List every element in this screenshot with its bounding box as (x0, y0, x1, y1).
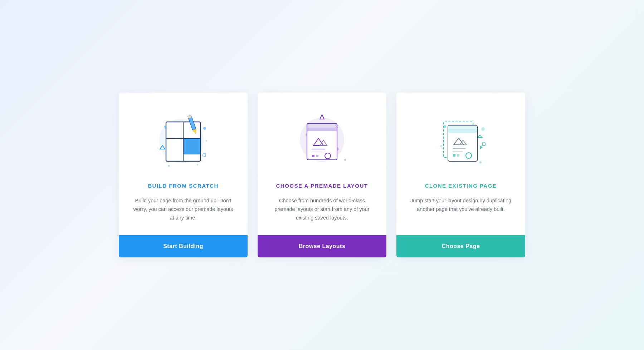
card-premade: ✕ CHOOSE A PREMADE LAYOUT Choose from hu… (258, 93, 386, 257)
scratch-illustration (147, 107, 219, 171)
browse-layouts-button[interactable]: Browse Layouts (258, 235, 386, 257)
svg-point-47 (440, 145, 442, 147)
svg-point-13 (197, 164, 198, 166)
clone-desc: Jump start your layout design by duplica… (409, 197, 512, 222)
svg-point-14 (206, 140, 207, 142)
clone-illustration (425, 107, 497, 171)
scratch-desc: Build your page from the ground up. Don'… (132, 197, 235, 222)
card-clone-body: CLONE EXISTING PAGE Jump start your layo… (396, 93, 525, 235)
svg-point-10 (164, 125, 166, 128)
svg-rect-4 (184, 139, 200, 154)
svg-marker-46 (480, 146, 483, 149)
premade-desc: Choose from hundreds of world-class prem… (270, 197, 374, 222)
svg-rect-33 (482, 143, 485, 146)
svg-rect-11 (203, 153, 206, 157)
cards-container: BUILD FROM SCRATCH Build your page from … (119, 93, 525, 257)
card-clone: CLONE EXISTING PAGE Jump start your layo… (396, 93, 525, 257)
card-scratch-body: BUILD FROM SCRATCH Build your page from … (119, 93, 248, 235)
svg-point-48 (479, 161, 482, 163)
svg-text:✕: ✕ (335, 124, 339, 129)
start-building-button[interactable]: Start Building (119, 235, 248, 257)
svg-rect-44 (457, 154, 459, 157)
scratch-title: BUILD FROM SCRATCH (148, 183, 219, 189)
svg-rect-27 (316, 155, 318, 157)
svg-point-12 (168, 165, 170, 167)
svg-marker-34 (478, 135, 482, 137)
svg-rect-43 (453, 154, 455, 157)
premade-illustration: ✕ (286, 107, 358, 171)
svg-point-9 (203, 127, 206, 130)
choose-page-button[interactable]: Choose Page (396, 235, 525, 257)
premade-title: CHOOSE A PREMADE LAYOUT (276, 183, 368, 189)
card-scratch: BUILD FROM SCRATCH Build your page from … (119, 93, 248, 257)
svg-point-30 (344, 159, 346, 161)
page-wrapper: BUILD FROM SCRATCH Build your page from … (0, 0, 644, 350)
svg-point-32 (481, 127, 485, 131)
svg-rect-38 (448, 129, 477, 133)
card-premade-body: ✕ CHOOSE A PREMADE LAYOUT Choose from hu… (258, 93, 386, 235)
clone-title: CLONE EXISTING PAGE (425, 183, 497, 189)
svg-rect-26 (312, 155, 314, 157)
svg-rect-21 (307, 128, 337, 131)
